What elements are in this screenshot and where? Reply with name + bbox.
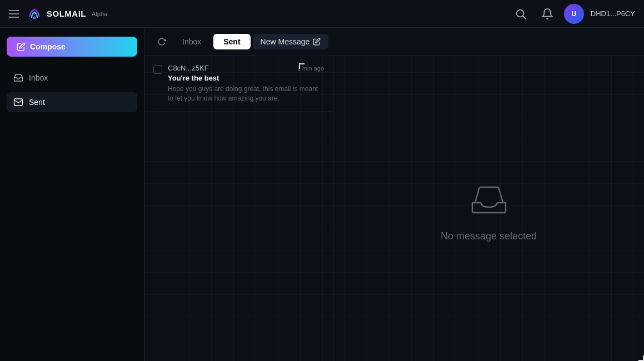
logo-text: SOLMAIL: [47, 9, 86, 18]
email-info: C8cN...z5KF 1 min ago You're the best Ho…: [168, 64, 324, 103]
hamburger-menu[interactable]: [9, 10, 19, 18]
search-button[interactable]: [511, 4, 531, 24]
svg-point-2: [516, 9, 523, 17]
no-message-text: No message selected: [441, 230, 537, 242]
inbox-icon: [13, 73, 23, 83]
topnav: SOLMAIL Alpha U DHD1...P6CY: [0, 0, 644, 28]
tab-inbox[interactable]: Inbox: [172, 34, 211, 49]
logo-alpha: Alpha: [92, 11, 107, 17]
compose-label: Compose: [30, 42, 66, 51]
compose-button[interactable]: Compose: [7, 37, 137, 57]
svg-point-1: [33, 16, 36, 19]
split-pane: C8cN...z5KF 1 min ago You're the best Ho…: [144, 56, 644, 361]
tab-new-message[interactable]: New Message: [253, 34, 329, 49]
username[interactable]: DHD1...P6CY: [591, 9, 635, 18]
email-preview: Hope you guys are doing great, this emai…: [168, 84, 324, 103]
sidebar-sent-label: Sent: [29, 98, 45, 107]
edit-icon: [313, 38, 321, 46]
new-message-label: New Message: [261, 37, 310, 46]
email-subject: You're the best: [168, 74, 324, 82]
logo-icon: [26, 5, 43, 23]
preview-panel: No message selected: [333, 56, 644, 361]
refresh-button[interactable]: [153, 33, 170, 50]
email-checkbox[interactable]: [153, 65, 162, 74]
no-message-icon: [467, 175, 511, 222]
tab-sent[interactable]: Sent: [213, 34, 250, 49]
sidebar-inbox-label: Inbox: [29, 73, 48, 82]
email-sender: C8cN...z5KF: [168, 64, 209, 72]
avatar[interactable]: U: [564, 4, 584, 24]
tab-bar: Inbox Sent New Message: [144, 28, 644, 56]
svg-point-0: [27, 6, 42, 22]
svg-line-3: [523, 16, 526, 19]
sidebar: Compose Inbox Sent: [0, 28, 144, 361]
content-area: Inbox Sent New Message C8cN...z5KF 1 min…: [144, 28, 644, 361]
corner-decoration-br: [638, 355, 644, 361]
sidebar-item-inbox[interactable]: Inbox: [7, 68, 137, 88]
email-list: C8cN...z5KF 1 min ago You're the best Ho…: [144, 56, 333, 361]
notifications-button[interactable]: [537, 4, 557, 24]
sent-icon: [13, 97, 23, 107]
sidebar-item-sent[interactable]: Sent: [7, 92, 137, 112]
logo: SOLMAIL Alpha: [26, 5, 107, 23]
main-layout: Compose Inbox Sent Inbox Sent New Messag…: [0, 28, 644, 361]
corner-decoration-tl: [299, 63, 304, 69]
email-list-item[interactable]: C8cN...z5KF 1 min ago You're the best Ho…: [144, 56, 333, 112]
